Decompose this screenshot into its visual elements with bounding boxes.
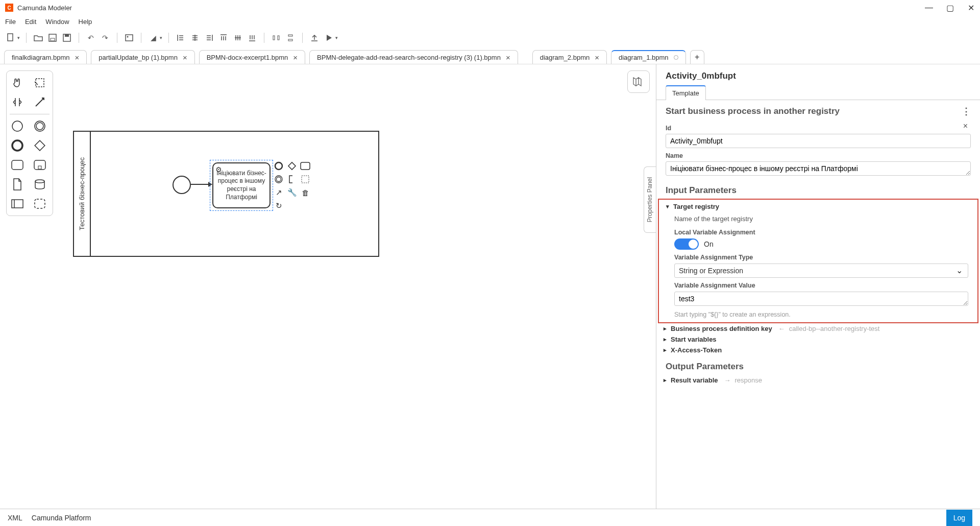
align-left-icon[interactable] bbox=[175, 32, 186, 43]
tab-partialupdate[interactable]: partialUpdate_bp (1).bpmn× bbox=[91, 50, 194, 64]
lasso-tool-icon[interactable] bbox=[32, 74, 47, 91]
color-icon[interactable]: ◢ bbox=[148, 32, 159, 43]
properties-panel-toggle[interactable]: Properties Panel bbox=[644, 166, 656, 233]
title-bar: C Camunda Modeler — ▢ ✕ bbox=[0, 0, 980, 15]
arrow-left-icon: ← bbox=[778, 325, 785, 332]
tab-close-icon[interactable]: × bbox=[293, 53, 298, 62]
properties-panel-toggle-label: Properties Panel bbox=[647, 177, 654, 223]
new-file-icon[interactable] bbox=[5, 32, 16, 43]
sequence-flow[interactable] bbox=[191, 184, 208, 185]
svg-rect-7 bbox=[273, 36, 275, 40]
new-file-dropdown-icon[interactable]: ▾ bbox=[17, 35, 20, 40]
undo-icon[interactable]: ↶ bbox=[85, 32, 96, 43]
ctx-connect-icon[interactable]: ↗ bbox=[274, 187, 284, 198]
data-object-icon[interactable] bbox=[10, 176, 25, 193]
tab-add-button[interactable]: + bbox=[690, 50, 704, 64]
svg-point-12 bbox=[12, 121, 22, 131]
connect-tool-icon[interactable] bbox=[32, 93, 47, 111]
log-button[interactable]: Log bbox=[946, 510, 972, 526]
image-icon[interactable] bbox=[124, 32, 135, 43]
color-dropdown-icon[interactable]: ▾ bbox=[160, 35, 162, 40]
ctx-replace-icon[interactable]: ↻ bbox=[274, 201, 284, 211]
chevron-right-icon: ▸ bbox=[664, 377, 671, 384]
save-icon[interactable] bbox=[47, 32, 58, 43]
ctx-task-icon[interactable] bbox=[300, 161, 310, 171]
ctx-intermediate-event-icon[interactable] bbox=[274, 174, 284, 184]
input-name[interactable] bbox=[666, 161, 971, 176]
chevron-right-icon: ▸ bbox=[664, 325, 671, 332]
input-id[interactable] bbox=[666, 134, 971, 148]
tab-close-icon[interactable]: × bbox=[595, 53, 599, 62]
gateway-icon[interactable] bbox=[32, 137, 47, 154]
clear-id-icon[interactable]: × bbox=[963, 122, 968, 131]
group-icon[interactable] bbox=[32, 195, 47, 212]
collapser-bpdk[interactable]: ▸ Business process definition key ←calle… bbox=[656, 323, 980, 334]
collapser-target-registry[interactable]: ▾ Target registry bbox=[659, 201, 977, 212]
close-window-button[interactable]: ✕ bbox=[967, 4, 975, 12]
tab-close-icon[interactable]: × bbox=[183, 53, 187, 62]
tab-dirty-indicator bbox=[674, 55, 678, 60]
toggle-lva[interactable] bbox=[674, 238, 699, 250]
pool-icon[interactable] bbox=[10, 195, 25, 212]
ctx-end-event-icon[interactable] bbox=[274, 161, 284, 171]
align-right-icon[interactable] bbox=[204, 32, 215, 43]
footer-platform-tab[interactable]: Camunda Platform bbox=[32, 514, 91, 522]
tab-close-icon[interactable]: × bbox=[75, 53, 79, 62]
minimize-button[interactable]: — bbox=[925, 4, 933, 12]
tab-finalkdiagram[interactable]: finalkdiagram.bpmn× bbox=[4, 50, 87, 64]
collapser-result-var[interactable]: ▸ Result variable →response bbox=[656, 375, 980, 386]
distribute-h-icon[interactable] bbox=[271, 32, 282, 43]
ctx-gateway-icon[interactable] bbox=[287, 161, 297, 171]
distribute-v-icon[interactable] bbox=[285, 32, 296, 43]
collapser-x-token[interactable]: ▸ X-Access-Token bbox=[656, 345, 980, 355]
space-tool-icon[interactable] bbox=[10, 93, 25, 111]
play-dropdown-icon[interactable]: ▾ bbox=[335, 35, 338, 40]
ctx-annotation-icon[interactable] bbox=[287, 174, 297, 184]
svg-point-20 bbox=[35, 180, 44, 183]
menu-window[interactable]: Window bbox=[45, 18, 69, 26]
open-file-icon[interactable] bbox=[33, 32, 44, 43]
tab-diagram-2[interactable]: diagram_2.bpmn× bbox=[532, 50, 607, 64]
hand-tool-icon[interactable] bbox=[10, 74, 25, 91]
deploy-icon[interactable] bbox=[309, 32, 320, 43]
save-as-icon[interactable] bbox=[61, 32, 72, 43]
footer-xml-tab[interactable]: XML bbox=[8, 514, 22, 522]
end-event-icon[interactable] bbox=[10, 137, 25, 154]
intermediate-event-icon[interactable] bbox=[32, 117, 47, 135]
ctx-change-type-icon[interactable] bbox=[300, 174, 310, 184]
select-vat[interactable]: String or Expression bbox=[674, 264, 968, 278]
lane-header[interactable]: Тестовий бізнес-процес bbox=[74, 132, 91, 256]
svg-point-6 bbox=[127, 36, 129, 38]
svg-point-24 bbox=[275, 162, 282, 170]
maximize-button[interactable]: ▢ bbox=[946, 4, 954, 12]
ctx-delete-icon[interactable]: 🗑 bbox=[300, 187, 310, 198]
align-center-icon[interactable] bbox=[189, 32, 201, 43]
menu-file[interactable]: File bbox=[5, 18, 16, 26]
menu-edit[interactable]: Edit bbox=[25, 18, 36, 26]
start-event[interactable] bbox=[173, 176, 191, 194]
ctx-wrench-icon[interactable]: 🔧 bbox=[287, 187, 297, 198]
pool[interactable]: Тестовий бізнес-процес Ініціювати бізнес… bbox=[73, 131, 379, 257]
tab-bpmn-delegate[interactable]: BPMN-delegate-add-read-search-second-reg… bbox=[309, 50, 518, 64]
tab-diagram-1[interactable]: diagram_1.bpmn bbox=[611, 50, 686, 64]
tab-close-icon[interactable]: × bbox=[506, 53, 510, 62]
tab-bpmn-docx[interactable]: BPMN-docx-excerpt1.bpmn× bbox=[199, 50, 305, 64]
play-icon[interactable] bbox=[323, 32, 334, 43]
vav-hint: Start typing "${}" to create an expressi… bbox=[659, 309, 977, 320]
data-store-icon[interactable] bbox=[32, 176, 47, 193]
canvas[interactable]: Тестовий бізнес-процес Ініціювати бізнес… bbox=[0, 64, 656, 519]
menu-help[interactable]: Help bbox=[79, 18, 92, 26]
start-event-icon[interactable] bbox=[10, 117, 25, 135]
subprocess-icon[interactable] bbox=[32, 156, 47, 174]
align-bottom-icon[interactable] bbox=[247, 32, 258, 43]
section-menu-icon[interactable]: ⋮ bbox=[962, 106, 971, 117]
task-icon[interactable] bbox=[10, 156, 25, 174]
input-vav[interactable] bbox=[674, 292, 968, 306]
element-palette bbox=[6, 70, 53, 216]
align-middle-icon[interactable] bbox=[232, 32, 243, 43]
redo-icon[interactable]: ↷ bbox=[100, 32, 111, 43]
minimap-toggle[interactable] bbox=[627, 70, 650, 93]
collapser-start-vars[interactable]: ▸ Start variables bbox=[656, 334, 980, 345]
tab-template[interactable]: Template bbox=[666, 85, 706, 100]
align-top-icon[interactable] bbox=[218, 32, 229, 43]
